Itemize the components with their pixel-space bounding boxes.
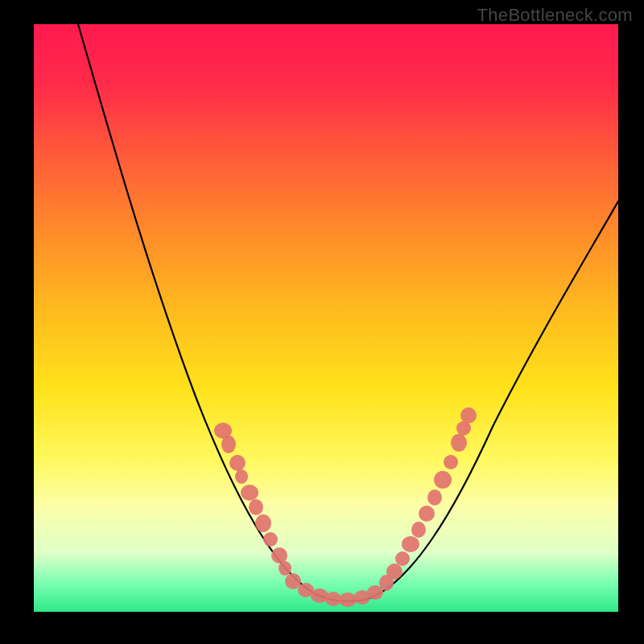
svg-point-22 [419, 506, 435, 522]
svg-point-23 [427, 489, 442, 506]
svg-point-4 [241, 485, 258, 501]
svg-point-25 [444, 455, 458, 469]
svg-point-19 [395, 551, 410, 566]
svg-point-13 [325, 592, 341, 606]
svg-point-18 [386, 564, 402, 580]
bottom-marker-cluster [298, 583, 383, 607]
svg-point-10 [285, 573, 301, 589]
svg-point-28 [460, 407, 477, 423]
svg-point-14 [339, 592, 357, 607]
svg-point-9 [279, 561, 291, 576]
svg-point-24 [434, 471, 452, 489]
svg-point-5 [249, 499, 263, 515]
svg-point-26 [451, 434, 467, 452]
watermark-text: TheBottleneck.com [477, 5, 633, 26]
svg-point-21 [411, 522, 426, 538]
svg-point-3 [235, 469, 248, 484]
left-marker-cluster [214, 423, 301, 589]
chart-frame: TheBottleneck.com [0, 0, 644, 644]
svg-point-1 [221, 436, 236, 453]
right-marker-cluster [379, 407, 477, 591]
svg-point-2 [229, 455, 246, 471]
svg-point-7 [263, 532, 278, 547]
svg-point-6 [255, 514, 271, 532]
v-curve [78, 24, 618, 601]
svg-point-20 [402, 536, 419, 552]
plot-area [34, 24, 618, 612]
curve-layer [34, 24, 618, 612]
